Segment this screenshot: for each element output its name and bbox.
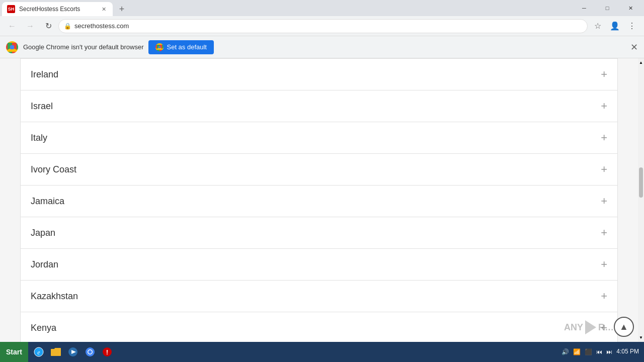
account-button[interactable]: 👤 [607,18,623,34]
address-bar[interactable]: 🔒 secrethostess.com [58,19,588,33]
back-to-top-button[interactable]: ▲ [614,317,634,337]
notification-bar: Google Chrome isn't your default browser… [0,36,644,58]
country-name: Japan [31,228,55,238]
taskbar-antivirus-icon[interactable]: ! [100,344,115,359]
list-item[interactable]: Japan + [21,217,617,249]
notification-close-button[interactable]: ✕ [630,42,638,53]
forward-button[interactable]: → [22,18,38,34]
svg-text:e: e [37,349,40,356]
notification-text: Google Chrome isn't your default browser [23,43,143,51]
scroll-down-button[interactable]: ▼ [638,333,644,342]
volume-icon[interactable]: 🔊 [561,348,569,355]
expand-icon: + [601,131,607,144]
watermark-text: ANY [564,322,583,333]
chrome-window: SH SecretHostess Escorts ✕ + ─ □ ✕ ← → ↻… [0,0,644,342]
taskbar-ie-icon[interactable]: e [31,344,46,359]
list-item[interactable]: Ireland + [21,59,617,90]
tab-title: SecretHostess Escorts [19,6,96,13]
toolbar-right: ☆ 👤 ⋮ [590,18,640,34]
play-icon [585,320,596,334]
start-button[interactable]: Start [0,342,28,362]
lock-icon: 🔒 [64,23,71,30]
country-list: Ireland + Israel + Italy + Ivory Coast +… [20,58,618,342]
tab-favicon: SH [7,5,15,13]
scrollbar-thumb[interactable] [639,167,643,198]
watermark-suffix: R… [598,322,614,333]
svg-text:!: ! [106,348,108,356]
tab-close-button[interactable]: ✕ [100,5,108,13]
minimize-button[interactable]: ─ [573,2,596,14]
taskbar: Start e ! 🔊 📶 ⬛ ⏮ ⏭ 4:05 PM [0,342,644,362]
taskbar-mediaplayer-icon[interactable] [65,344,80,359]
country-name: Jordan [31,259,58,270]
taskbar-folder-icon[interactable] [48,344,63,359]
country-name: Ivory Coast [31,164,76,175]
list-item[interactable]: Jamaica + [21,186,617,217]
close-button[interactable]: ✕ [619,2,642,14]
taskbar-right: 🔊 📶 ⬛ ⏮ ⏭ 4:05 PM [561,348,644,356]
list-item[interactable]: Israel + [21,90,617,122]
set-default-button[interactable]: Set as default [148,40,214,54]
expand-icon: + [601,195,607,208]
list-item[interactable]: Kenya + [21,312,617,342]
list-item[interactable]: Kazakhstan + [21,281,617,312]
country-name: Jamaica [31,196,64,207]
back-button[interactable]: ← [4,18,20,34]
menu-button[interactable]: ⋮ [624,18,640,34]
expand-icon: + [601,226,607,239]
list-item[interactable]: Ivory Coast + [21,154,617,186]
title-bar: SH SecretHostess Escorts ✕ + ─ □ ✕ [0,0,644,16]
country-name: Israel [31,101,53,112]
country-name: Kazakhstan [31,291,78,302]
network-icon[interactable]: 📶 [573,348,581,355]
country-name: Ireland [31,69,58,80]
forward-icon[interactable]: ⏭ [606,348,612,355]
content-area: Ireland + Israel + Italy + Ivory Coast +… [0,58,644,342]
expand-icon: + [601,100,607,113]
taskbar-chrome-icon[interactable] [83,344,98,359]
address-text: secrethostess.com [74,22,582,30]
start-label: Start [6,348,22,356]
set-default-icon [155,43,164,51]
window-controls: ─ □ ✕ [573,2,644,16]
browser-tab[interactable]: SH SecretHostess Escorts ✕ [2,2,113,16]
scrollbar[interactable]: ▲ ▼ [638,58,644,342]
chrome-logo [6,41,18,53]
list-item[interactable]: Jordan + [21,249,617,281]
watermark: ANY R… [564,320,614,334]
scroll-up-button[interactable]: ▲ [638,58,644,67]
refresh-button[interactable]: ↻ [40,18,56,34]
expand-icon: + [601,163,607,176]
list-item[interactable]: Italy + [21,122,617,154]
expand-icon: + [601,290,607,303]
taskbar-time: 4:05 PM [616,348,639,356]
back-icon[interactable]: ⏮ [596,348,602,355]
expand-icon: + [601,258,607,271]
expand-icon: + [601,68,607,81]
maximize-button[interactable]: □ [596,2,619,14]
svg-point-6 [88,350,92,354]
country-name: Italy [31,133,47,143]
display-icon[interactable]: ⬛ [585,348,592,355]
toolbar: ← → ↻ 🔒 secrethostess.com ☆ 👤 ⋮ [0,16,644,36]
taskbar-icons: e ! [28,344,118,359]
country-name: Kenya [31,323,56,333]
new-tab-button[interactable]: + [115,2,129,16]
bookmark-button[interactable]: ☆ [590,18,606,34]
page-content: Ireland + Israel + Italy + Ivory Coast +… [0,58,638,342]
